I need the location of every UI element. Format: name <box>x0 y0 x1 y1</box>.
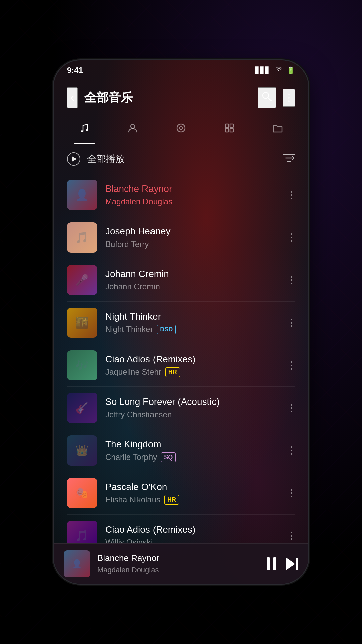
tab-folder[interactable] <box>253 118 302 144</box>
play-all-button[interactable] <box>67 152 80 166</box>
now-playing-artist: Magdalen Douglas <box>97 566 260 574</box>
page-title: 全部音乐 <box>84 90 251 106</box>
song-title: Joseph Heaney <box>105 226 280 237</box>
quality-badge: HR <box>165 367 180 377</box>
song-title: Pascale O'Kon <box>105 482 280 492</box>
song-more-button[interactable] <box>288 188 295 202</box>
song-meta: Willis Osinski <box>105 538 280 543</box>
quality-badge: SQ <box>161 452 176 462</box>
song-title: Blanche Raynor <box>105 183 280 194</box>
song-title: So Long Forever (Acoustic) <box>105 396 280 407</box>
status-bar: 9:41 ▋▋▋ 🔋 <box>54 60 308 80</box>
svg-point-3 <box>86 129 88 131</box>
song-info: Blanche Raynor Magdalen Douglas <box>105 183 280 206</box>
song-meta: Jaqueline Stehr HR <box>105 367 280 377</box>
song-more-button[interactable] <box>288 529 295 543</box>
song-artist: Jaqueline Stehr <box>105 367 161 377</box>
song-artwork: 🎶 <box>67 350 97 380</box>
play-all-left: 全部播放 <box>67 152 125 166</box>
song-title: Ciao Adios (Remixes) <box>105 354 280 365</box>
quality-badge: HR <box>164 495 179 505</box>
song-meta: Jeffry Christiansen <box>105 410 280 419</box>
song-more-button[interactable] <box>288 486 295 500</box>
song-artwork: 👤 <box>67 180 97 210</box>
list-item[interactable]: 🌃 Night Thinker Night Thinker DSD <box>54 302 308 344</box>
song-artist: Buford Terry <box>105 239 149 249</box>
more-options-button[interactable] <box>283 89 295 107</box>
now-playing-artwork: 👤 <box>64 550 90 577</box>
search-button[interactable] <box>258 87 276 108</box>
now-playing-info: Blanche Raynor Magdalen Douglas <box>97 553 260 574</box>
music-note-icon <box>78 122 90 137</box>
song-info: The Kingdom Charlie Torphy SQ <box>105 439 280 462</box>
pause-button[interactable] <box>267 557 276 570</box>
song-title: Johann Cremin <box>105 269 280 279</box>
song-meta: Elisha Nikolaus HR <box>105 495 280 505</box>
song-artist: Night Thinker <box>105 325 153 334</box>
filter-icon[interactable] <box>283 153 295 165</box>
list-item[interactable]: 🎸 So Long Forever (Acoustic) Jeffry Chri… <box>54 387 308 429</box>
song-title: Night Thinker <box>105 311 280 322</box>
svg-rect-11 <box>230 129 233 132</box>
play-all-bar: 全部播放 <box>54 144 308 174</box>
wifi-icon <box>275 67 283 74</box>
status-time: 9:41 <box>67 66 83 75</box>
svg-point-2 <box>81 130 83 132</box>
list-item[interactable]: 👑 The Kingdom Charlie Torphy SQ <box>54 429 308 472</box>
svg-rect-8 <box>225 124 229 127</box>
song-artist: Willis Osinski <box>105 538 153 543</box>
now-playing-controls <box>267 557 298 570</box>
song-info: Pascale O'Kon Elisha Nikolaus HR <box>105 482 280 505</box>
list-item[interactable]: 🎭 Pascale O'Kon Elisha Nikolaus HR <box>54 472 308 514</box>
song-title: Ciao Adios (Remixes) <box>105 524 280 535</box>
tab-playlist[interactable] <box>205 118 253 144</box>
battery-icon: 🔋 <box>287 66 295 74</box>
pause-icon <box>267 557 276 570</box>
svg-rect-9 <box>230 124 233 127</box>
song-artwork: 🌃 <box>67 308 97 338</box>
list-item[interactable]: 👤 Blanche Raynor Magdalen Douglas <box>54 174 308 216</box>
song-info: Night Thinker Night Thinker DSD <box>105 311 280 334</box>
song-more-button[interactable] <box>288 444 295 458</box>
song-artwork: 🎸 <box>67 393 97 423</box>
svg-point-7 <box>181 128 182 129</box>
song-more-button[interactable] <box>288 316 295 330</box>
song-more-button[interactable] <box>288 401 295 415</box>
song-info: So Long Forever (Acoustic) Jeffry Christ… <box>105 396 280 419</box>
song-info: Ciao Adios (Remixes) Willis Osinski <box>105 524 280 543</box>
song-artwork: 🎵 <box>67 222 97 253</box>
song-more-button[interactable] <box>288 273 295 287</box>
person-icon <box>127 122 139 137</box>
song-more-button[interactable] <box>288 231 295 245</box>
back-button[interactable]: ‹ <box>67 87 78 108</box>
list-item[interactable]: 🎵 Ciao Adios (Remixes) Willis Osinski <box>54 515 308 543</box>
signal-icon: ▋▋▋ <box>255 66 270 74</box>
phone-content: 9:41 ▋▋▋ 🔋 ‹ 全部音乐 <box>54 60 308 584</box>
song-artist: Magdalen Douglas <box>105 197 172 206</box>
song-artist: Charlie Torphy <box>105 452 157 462</box>
svg-line-1 <box>268 98 271 101</box>
svg-point-4 <box>131 124 135 128</box>
quality-badge: DSD <box>157 325 176 334</box>
header: ‹ 全部音乐 <box>54 80 308 115</box>
song-meta: Charlie Torphy SQ <box>105 452 280 462</box>
next-button[interactable] <box>286 558 298 570</box>
song-artwork: 🎵 <box>67 521 97 543</box>
phone-frame: 9:41 ▋▋▋ 🔋 ‹ 全部音乐 <box>54 60 308 584</box>
list-item[interactable]: 🎶 Ciao Adios (Remixes) Jaqueline Stehr H… <box>54 344 308 386</box>
song-more-button[interactable] <box>288 359 295 372</box>
song-info: Johann Cremin Johann Cremin <box>105 269 280 291</box>
list-item[interactable]: 🎤 Johann Cremin Johann Cremin <box>54 259 308 301</box>
now-playing-bar[interactable]: 👤 Blanche Raynor Magdalen Douglas <box>54 543 308 584</box>
song-artist: Jeffry Christiansen <box>105 410 172 419</box>
svg-rect-10 <box>225 129 229 132</box>
song-artwork: 🎤 <box>67 265 97 295</box>
tab-albums[interactable] <box>157 118 205 144</box>
song-meta: Buford Terry <box>105 239 280 249</box>
tab-songs[interactable] <box>60 118 109 144</box>
tab-artists[interactable] <box>109 118 157 144</box>
list-item[interactable]: 🎵 Joseph Heaney Buford Terry <box>54 216 308 259</box>
song-artwork: 👑 <box>67 435 97 466</box>
song-meta: Night Thinker DSD <box>105 325 280 334</box>
grid-icon <box>223 122 235 137</box>
